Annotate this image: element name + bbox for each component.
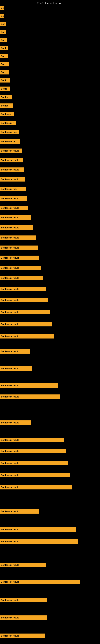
bar-label-24: Bottleneck result [1, 216, 19, 219]
bar-label-5: Bottl [1, 47, 6, 49]
bar-item-40: Bottleneck result [0, 420, 31, 425]
bar-label-29: Bottleneck result [1, 267, 19, 269]
bar-item-12: Bottler [0, 104, 13, 108]
bar-item-27: Bottleneck result [0, 246, 38, 250]
bar-label-34: Bottleneck result [1, 323, 19, 326]
bar-item-11: Bottlen [0, 95, 12, 100]
bar-label-17: Bottleneck result [1, 150, 19, 152]
bar-item-17: Bottleneck result [0, 148, 22, 153]
bar-label-45: Bottleneck result [1, 486, 19, 488]
bar-item-31: Bottleneck result [0, 287, 46, 291]
bar-item-37: Bottleneck result [0, 366, 32, 371]
bar-item-13: Bottlenec [0, 112, 14, 116]
bar-label-35: Bottleneck result [1, 335, 19, 338]
bar-label-32: Bottleneck result [1, 299, 19, 301]
bar-item-50: Bottleneck result [0, 580, 80, 584]
bar-item-15: Bottleneck resu [0, 130, 19, 134]
bar-item-38: Bottleneck result [0, 384, 58, 388]
bar-item-7: Bott [0, 62, 9, 66]
bar-item-36: Bottleneck result [0, 349, 30, 354]
bar-label-33: Bottleneck result [1, 311, 19, 313]
bar-label-1: Bo [1, 15, 4, 17]
bar-item-1: Bo [0, 14, 4, 18]
bar-label-10: Bottle [1, 88, 7, 90]
bar-item-48: Bottleneck result [0, 539, 78, 544]
bar-label-9: Bottl [1, 79, 6, 82]
bar-label-12: Bottler [1, 104, 8, 107]
bar-label-0: Bo [1, 7, 3, 9]
bar-item-20: Bottleneck result [0, 177, 25, 182]
bar-item-19: Bottleneck result [0, 168, 24, 172]
bar-item-3: Bott [0, 30, 6, 34]
bar-item-46: Bottleneck result [0, 509, 39, 514]
bar-item-30: Bottleneck result [0, 276, 43, 280]
bar-item-41: Bottleneck result [0, 438, 64, 442]
bar-label-52: Bottleneck result [1, 616, 19, 619]
bar-item-5: Bottl [0, 46, 8, 50]
bar-item-45: Bottleneck result [0, 485, 72, 490]
bar-item-9: Bottl [0, 78, 10, 82]
bar-label-42: Bottleneck result [1, 450, 19, 452]
bar-item-51: Bottleneck result [0, 598, 47, 602]
bar-label-18: Bottleneck result [1, 159, 19, 162]
bar-item-23: Bottleneck result [0, 206, 28, 210]
bar-label-50: Bottleneck result [1, 580, 19, 583]
bar-item-44: Bottleneck result [0, 473, 70, 477]
bar-label-44: Bottleneck result [1, 474, 19, 476]
bar-item-8: Bott [0, 70, 9, 74]
bar-label-7: Bott [1, 63, 5, 66]
bar-item-26: Bottleneck result [0, 236, 36, 240]
bar-item-4: Bott [0, 38, 7, 42]
bar-item-42: Bottleneck result [0, 449, 66, 453]
bar-item-39: Bottleneck result [0, 394, 60, 399]
bar-label-13: Bottlenec [1, 113, 11, 115]
bar-label-15: Bottleneck resu [1, 131, 17, 133]
bar-label-36: Bottleneck result [1, 350, 19, 352]
bar-label-8: Bott [1, 71, 5, 74]
bar-item-47: Bottleneck result [0, 527, 76, 532]
bar-item-35: Bottleneck result [0, 334, 54, 338]
bar-item-49: Bottleneck result [0, 563, 46, 567]
bar-label-49: Bottleneck result [1, 564, 19, 566]
bar-label-20: Bottleneck result [1, 178, 19, 180]
bar-label-27: Bottleneck result [1, 246, 19, 249]
bar-item-22: Bottleneck result [0, 196, 27, 201]
bar-label-43: Bottleneck result [1, 462, 19, 464]
bar-label-48: Bottleneck result [1, 540, 19, 543]
bar-label-6: Bott [1, 55, 5, 57]
bar-item-34: Bottleneck result [0, 322, 52, 326]
bar-label-2: Bott [1, 23, 5, 25]
bar-label-40: Bottleneck result [1, 422, 19, 424]
bar-label-19: Bottleneck result [1, 168, 19, 171]
bar-label-28: Bottleneck result [1, 256, 19, 259]
bar-label-46: Bottleneck result [1, 510, 19, 512]
bar-label-47: Bottleneck result [1, 528, 19, 531]
bar-label-38: Bottleneck result [1, 384, 19, 387]
bar-item-16: Bottleneck re [0, 139, 20, 144]
bar-label-51: Bottleneck result [1, 599, 19, 601]
bar-item-32: Bottleneck result [0, 298, 48, 302]
site-title: TheBottlenecker.com [0, 0, 100, 6]
bar-label-26: Bottleneck result [1, 236, 19, 239]
bar-item-6: Bott [0, 54, 8, 58]
bar-label-3: Bott [1, 31, 5, 33]
bar-item-52: Bottleneck result [0, 616, 47, 620]
bar-item-43: Bottleneck result [0, 461, 68, 465]
bar-label-22: Bottleneck result [1, 197, 19, 200]
bar-label-30: Bottleneck result [1, 277, 19, 279]
bar-label-4: Bott [1, 39, 5, 41]
bar-label-39: Bottleneck result [1, 396, 19, 398]
bar-item-18: Bottleneck result [0, 158, 23, 162]
bar-item-29: Bottleneck result [0, 266, 41, 270]
bar-item-2: Bott [0, 22, 6, 26]
bar-label-21: Bottleneck resu [1, 188, 17, 190]
bar-label-41: Bottleneck result [1, 439, 19, 441]
bar-label-25: Bottleneck result [1, 226, 19, 229]
bar-item-25: Bottleneck result [0, 226, 33, 230]
bar-label-16: Bottleneck re [1, 140, 15, 143]
bar-label-14: Bottleneck r [1, 122, 14, 124]
bar-label-31: Bottleneck result [1, 288, 19, 290]
bar-item-28: Bottleneck result [0, 256, 39, 260]
bar-item-21: Bottleneck resu [0, 187, 26, 191]
bar-label-37: Bottleneck result [1, 367, 19, 370]
